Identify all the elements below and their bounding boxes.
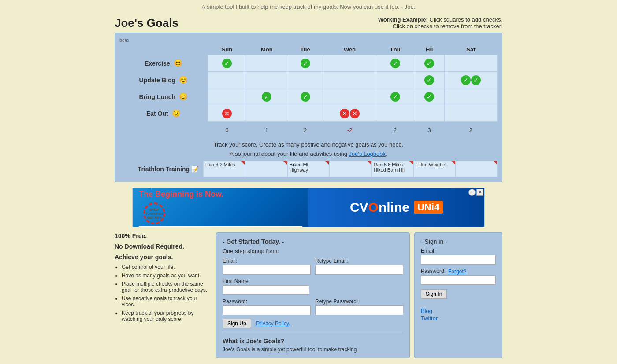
goal-row-eatout: Eat Out 😟 ✕ ✕✕ (119, 105, 498, 122)
signin-title: - Sign in - (421, 238, 496, 245)
firstname-label: First Name: (223, 278, 309, 284)
tri-cell-tue[interactable]: Biked Mt Highway (287, 161, 329, 177)
signup-column: - Get Started Today. - One step signup f… (216, 232, 410, 358)
twitter-link[interactable]: Twitter (421, 315, 496, 322)
feature-bullet-1: Get control of your life. (122, 264, 212, 270)
spinner-circle: STEP TOWARDSBETTER (143, 202, 165, 224)
scores-row: 0 1 2 -2 2 3 2 (119, 122, 498, 139)
retype-password-label: Retype Password: (315, 298, 403, 305)
blog-link[interactable]: Blog (421, 308, 496, 314)
day-thu: Thu (376, 44, 414, 55)
goal-name-eatout: Eat Out (146, 110, 168, 117)
goal-row-blog: Update Blog 😊 ✓ ✓✓ (119, 72, 498, 88)
tri-cell-wed[interactable] (329, 161, 371, 177)
features-column: 100% Free. No Download Required. Achieve… (115, 232, 212, 358)
feature-bullet-4: Use negative goals to track your vices. (122, 295, 212, 308)
feature-bullet-5: Keep track of your progress by watching … (122, 310, 212, 322)
ad-close-button[interactable]: ✕ (476, 189, 483, 196)
exercise-emoji: 😊 (174, 59, 182, 67)
blog-sat[interactable]: ✓✓ (444, 72, 497, 88)
day-tue: Tue (287, 44, 323, 55)
signin-button[interactable]: Sign In (421, 289, 447, 299)
feature-free: 100% Free. (115, 232, 212, 239)
tracker-note1: Track your score. Create as many postive… (214, 141, 404, 148)
signup-firstname-input[interactable] (223, 285, 309, 295)
tri-cell-mon[interactable] (245, 161, 287, 177)
lunch-sun[interactable] (208, 88, 246, 105)
exercise-fri[interactable]: ✓ (414, 55, 445, 72)
exercise-mon[interactable] (246, 55, 287, 72)
blog-fri[interactable]: ✓ (414, 72, 445, 88)
goal-name-exercise: Exercise (145, 60, 170, 67)
ad-beginning: The Beginning is Now. (139, 190, 302, 199)
signin-password-input[interactable] (421, 275, 496, 285)
lunch-fri[interactable]: ✓ (414, 88, 445, 105)
what-is-section: What is Joe's Goals? Joe's Goals is a si… (223, 338, 403, 353)
tracker-panel: beta Sun Mon Tue Wed Thu Fri Sat (115, 33, 502, 182)
signup-email-input[interactable] (223, 265, 311, 275)
ad-cv-text: CVOnline (350, 200, 409, 215)
eatout-mon[interactable] (246, 105, 287, 122)
working-example: Working Example: Click squares to add ch… (378, 16, 502, 29)
ad-step: Step Towards Better. (139, 188, 302, 189)
eatout-sun[interactable]: ✕ (208, 105, 246, 122)
logbook-link[interactable]: Joe's Logbook (349, 151, 386, 157)
signup-retype-email-input[interactable] (315, 265, 403, 275)
feature-achieve: Achieve your goals. (115, 254, 212, 261)
eatout-wed[interactable]: ✕✕ (323, 105, 376, 122)
retype-email-label: Retype Email: (315, 258, 403, 264)
tri-cell-fri[interactable]: Lifted Weights (413, 161, 455, 177)
blog-sun[interactable] (208, 72, 246, 88)
day-sat: Sat (444, 44, 497, 55)
exercise-wed[interactable] (323, 55, 376, 72)
day-sun: Sun (208, 44, 246, 55)
signup-title: - Get Started Today. - (223, 238, 403, 245)
signin-password-label: Password: (421, 268, 446, 274)
exercise-sun[interactable]: ✓ (208, 55, 246, 72)
signup-password-input[interactable] (223, 305, 311, 315)
ad-uni-text: UNi4 (414, 201, 443, 214)
day-mon: Mon (246, 44, 287, 55)
signin-email-input[interactable] (421, 255, 496, 265)
lunch-sat[interactable] (444, 88, 497, 105)
lunch-tue[interactable]: ✓ (287, 88, 323, 105)
goal-name-lunch: Bring Lunch (139, 93, 175, 100)
top-tagline: A simple tool I built to help me keep tr… (0, 0, 617, 12)
privacy-policy-link[interactable]: Privacy Policy. (256, 320, 290, 327)
feature-bullet-2: Have as many goals as you want. (122, 272, 212, 279)
blog-tue[interactable] (287, 72, 323, 88)
email-label: Email: (223, 258, 311, 264)
tri-cell-sun[interactable]: Ran 3.2 Miles (203, 161, 245, 177)
tri-cell-sat[interactable] (456, 161, 498, 177)
what-is-title: What is Joe's Goals? (223, 338, 403, 345)
eatout-fri[interactable] (414, 105, 445, 122)
feature-no-download: No Download Required. (115, 243, 212, 250)
feature-bullet-3: Place multiple checks on the same goal f… (122, 281, 212, 293)
signup-retype-password-input[interactable] (315, 305, 403, 315)
blog-thu[interactable] (376, 72, 414, 88)
eatout-thu[interactable] (376, 105, 414, 122)
ad-contact[interactable]: ▶ Want more info? CONTACT US (139, 226, 302, 227)
lunch-wed[interactable] (323, 88, 376, 105)
beta-label: beta (119, 37, 498, 43)
blog-mon[interactable] (246, 72, 287, 88)
lunch-mon[interactable]: ✓ (246, 88, 287, 105)
eatout-emoji: 😟 (172, 110, 181, 117)
day-fri: Fri (414, 44, 445, 55)
exercise-tue[interactable]: ✓ (287, 55, 323, 72)
tracker-note2: Also journal about your life and activit… (230, 151, 347, 157)
signup-subtitle: One step signup form: (223, 248, 403, 254)
blog-wed[interactable] (323, 72, 376, 88)
triathlon-label: Triathlon Training (138, 165, 190, 173)
signup-button[interactable]: Sign Up (223, 319, 251, 328)
forget-link[interactable]: Forget? (448, 268, 466, 275)
goal-row-lunch: Bring Lunch 😊 ✓ ✓ ✓ ✓ (119, 88, 498, 105)
eatout-tue[interactable] (287, 105, 323, 122)
tri-cell-thu[interactable]: Ran 5.6 Miles-Hiked Barn Hill (372, 161, 413, 177)
ad-info-button[interactable]: i (468, 189, 476, 196)
lunch-thu[interactable]: ✓ (376, 88, 414, 105)
eatout-sat[interactable] (444, 105, 497, 122)
exercise-sat[interactable] (444, 55, 497, 72)
exercise-thu[interactable]: ✓ (376, 55, 414, 72)
triathlon-edit-icon[interactable]: 📝 (191, 165, 199, 173)
